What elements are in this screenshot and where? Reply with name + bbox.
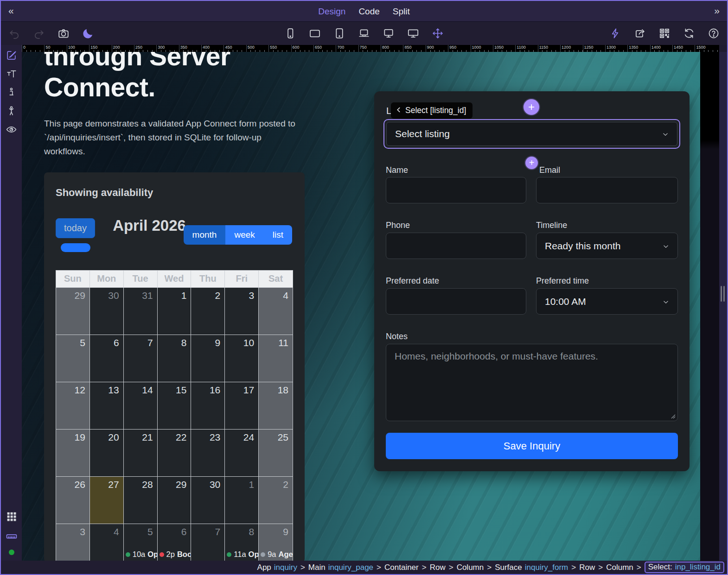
ruler-label: 450 — [225, 45, 232, 50]
calendar-day-cell[interactable]: 22 — [158, 429, 192, 476]
tablet-landscape-icon[interactable] — [309, 27, 321, 39]
calendar-event[interactable]: 9aAge — [259, 550, 293, 559]
breadcrumb-item[interactable]: Row — [430, 563, 446, 572]
breadcrumb-item[interactable]: Maininquiry_page — [308, 563, 373, 572]
calendar-day-cell[interactable]: 12 — [56, 382, 90, 429]
calendar-day-cell[interactable]: 29 — [56, 287, 90, 335]
refresh-icon[interactable] — [683, 27, 695, 39]
share-icon[interactable] — [634, 27, 646, 39]
calendar-day-cell[interactable]: 24 — [225, 429, 259, 476]
calendar-day-cell[interactable]: 3 — [225, 287, 259, 335]
ruler-icon[interactable] — [6, 530, 18, 542]
scrollbar-grip[interactable] — [721, 286, 725, 302]
calendar-day-cell[interactable]: 26 — [56, 476, 90, 524]
tab-design[interactable]: Design — [318, 6, 345, 17]
calendar-day-cell[interactable]: 10 — [225, 335, 259, 382]
tablet-portrait-icon[interactable] — [333, 27, 345, 39]
notes-textarea[interactable] — [386, 344, 678, 421]
help-icon[interactable] — [708, 27, 720, 39]
resize-handle-icon[interactable] — [669, 412, 676, 419]
calendar-day-cell[interactable]: 23 — [191, 429, 225, 476]
calendar-day-cell[interactable]: 15 — [158, 382, 192, 429]
breadcrumb-item[interactable]: Column — [606, 563, 633, 572]
calendar-day-cell[interactable]: 3 — [56, 524, 90, 561]
view-button-week[interactable]: week — [225, 225, 263, 245]
timeline-select[interactable]: Ready this month — [536, 233, 678, 259]
calendar-day-cell[interactable]: 31 — [124, 287, 158, 335]
breadcrumb-item[interactable]: Select:inp_listing_id — [645, 562, 724, 573]
calendar-day-cell[interactable]: 9 — [191, 335, 225, 382]
listing-select[interactable]: Select listing — [386, 122, 677, 146]
breadcrumb-item[interactable]: Column — [457, 563, 484, 572]
calendar-day-cell[interactable]: 16 — [191, 382, 225, 429]
tab-code[interactable]: Code — [358, 6, 379, 17]
calendar-day-cell[interactable]: 5 — [56, 335, 90, 382]
calendar-day-cell[interactable]: 28 — [124, 476, 158, 524]
edit-icon[interactable] — [6, 50, 17, 61]
preferred-time-select[interactable]: 10:00 AM — [536, 288, 678, 315]
tab-split[interactable]: Split — [393, 6, 410, 17]
laptop-icon[interactable] — [358, 27, 370, 39]
info-icon[interactable] — [6, 87, 17, 98]
accessibility-icon[interactable] — [6, 105, 17, 117]
calendar-day-cell[interactable]: 4 — [259, 287, 293, 335]
email-input[interactable] — [536, 177, 678, 203]
calendar-day-cell[interactable]: 2 — [259, 476, 293, 524]
add-element-button-middle[interactable]: + — [525, 157, 538, 169]
calendar-day-cell[interactable]: 18 — [259, 382, 293, 429]
calendar-day-cell[interactable]: 13 — [90, 382, 124, 429]
calendar-day-cell[interactable]: 6 — [90, 335, 124, 382]
name-input[interactable] — [386, 177, 526, 203]
breadcrumb-item[interactable]: Appinquiry — [257, 563, 297, 572]
calendar-day-cell[interactable]: 811aOp — [225, 524, 259, 561]
calendar-day-cell[interactable]: 20 — [90, 429, 124, 476]
calendar-day-cell[interactable]: 1 — [225, 476, 259, 524]
calendar-grid: SunMonTueWedThuFriSat 293031123456789101… — [56, 270, 293, 561]
today-button[interactable]: today — [56, 218, 95, 238]
text-style-icon[interactable] — [6, 68, 17, 80]
calendar-event[interactable]: 11aOp — [225, 550, 258, 559]
calendar-day-cell[interactable]: 21 — [124, 429, 158, 476]
calendar-day-cell[interactable]: 7 — [124, 335, 158, 382]
calendar-day-cell[interactable]: 510aOp — [124, 524, 158, 561]
ruler-label: 150 — [90, 45, 97, 50]
calendar-day-cell[interactable]: 19 — [56, 429, 90, 476]
lightning-icon[interactable] — [609, 27, 621, 39]
qr-code-icon[interactable] — [658, 27, 671, 39]
calendar-day-cell[interactable]: 4 — [90, 524, 124, 561]
calendar-day-cell[interactable]: 27 — [90, 476, 124, 524]
calendar-day-cell[interactable]: 62pBoo — [158, 524, 192, 561]
preferred-date-input[interactable] — [386, 288, 526, 315]
calendar-day-cell[interactable]: 29 — [158, 476, 192, 524]
save-inquiry-button[interactable]: Save Inquiry — [386, 433, 678, 459]
phone-input[interactable] — [386, 233, 526, 259]
view-button-month[interactable]: month — [184, 225, 226, 245]
calendar-day-cell[interactable]: 14 — [124, 382, 158, 429]
selected-element-badge[interactable]: Select [listing_id] — [391, 102, 473, 119]
monitor-large-icon[interactable] — [407, 27, 419, 39]
breadcrumb-item[interactable]: Row — [579, 563, 595, 572]
add-element-button-top[interactable]: + — [524, 99, 539, 115]
calendar-day-cell[interactable]: 30 — [191, 476, 225, 524]
eye-icon[interactable] — [6, 124, 17, 135]
calendar-day-cell[interactable]: 7 — [191, 524, 225, 561]
calendar-day-cell[interactable]: 1 — [158, 287, 192, 335]
calendar-day-cell[interactable]: 25 — [259, 429, 293, 476]
monitor-icon[interactable] — [383, 27, 395, 39]
calendar-day-cell[interactable]: 17 — [225, 382, 259, 429]
phone-portrait-icon[interactable] — [284, 27, 296, 39]
calendar-day-cell[interactable]: 8 — [158, 335, 192, 382]
breadcrumb-item[interactable]: Container — [384, 563, 419, 572]
calendar-day-cell[interactable]: 99aAge — [259, 524, 293, 561]
calendar-event[interactable]: 2pBoo — [158, 550, 191, 559]
view-button-list[interactable]: list — [264, 225, 292, 245]
calendar-event[interactable]: 10aOp — [124, 550, 157, 559]
move-icon[interactable] — [432, 27, 444, 39]
calendar-day-cell[interactable]: 11 — [259, 335, 293, 382]
calendar-day-cell[interactable]: 2 — [191, 287, 225, 335]
calendar-day-cell[interactable]: 30 — [90, 287, 124, 335]
breadcrumb-item[interactable]: Surfaceinquiry_form — [495, 563, 568, 572]
collapse-right-icon[interactable]: » — [714, 5, 720, 16]
grid-icon[interactable] — [6, 511, 18, 523]
nav-pill-button[interactable] — [61, 243, 90, 252]
